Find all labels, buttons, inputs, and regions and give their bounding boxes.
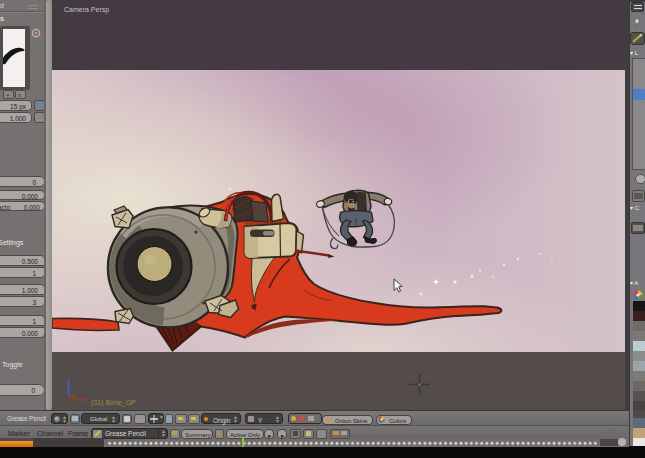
svg-text:(31) Bone_GP: (31) Bone_GP (91, 399, 136, 407)
svg-text:camera: camera (72, 397, 88, 402)
